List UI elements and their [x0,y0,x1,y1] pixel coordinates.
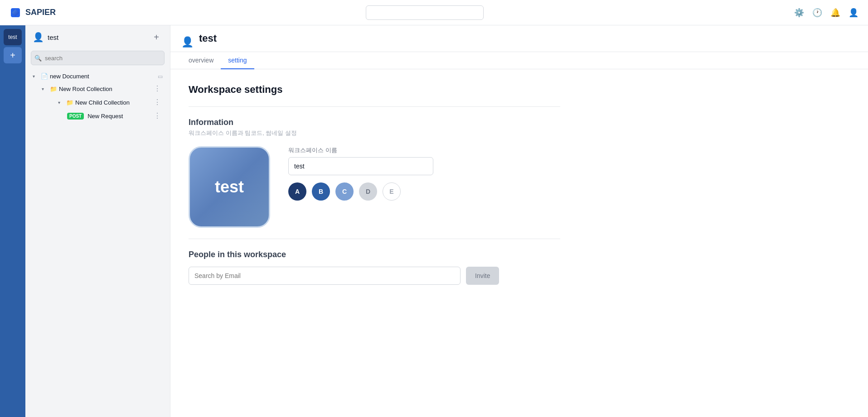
main-body: test + 👤 test + 🔍 ▾ 📄 new Document ▭ [0,25,868,417]
topnav-search-input[interactable] [366,5,484,20]
add-workspace-button[interactable]: + [4,47,22,63]
tree-label-new-root-collection: New Root Collection [59,86,150,92]
logo-icon [9,6,22,19]
chevron-down-icon: ▾ [58,100,64,105]
sidebar-search-area: 🔍 [31,51,165,65]
tree-label-new-document: new Document [50,73,156,80]
folder-icon: 📁 [50,86,57,92]
tree-label-new-child-collection: New Child Collection [75,99,150,106]
tree-child-root-collection: ▾ 📁 New Root Collection ⋮ ▾ 📁 New Child … [29,82,166,123]
more-options-icon[interactable]: ⋮ [152,98,163,107]
edit-icon: ▭ [158,73,163,80]
divider-2 [189,239,560,239]
tree-root: ▾ 📄 new Document ▭ ▾ 📁 New Root Collecti… [25,71,170,123]
divider-1 [189,106,560,107]
main-content: 👤 test overview setting Workspace settin… [170,25,868,417]
user-icon[interactable]: 👤 [848,7,859,18]
more-options-icon[interactable]: ⋮ [152,111,163,120]
tab-overview[interactable]: overview [181,52,221,69]
workspace-tab-test[interactable]: test [4,29,22,45]
content-header: 👤 test [170,25,868,52]
tree-row-new-child-collection[interactable]: ▾ 📁 New Child Collection ⋮ [54,96,166,109]
info-fields: 워크스페이스 이름 A B C D E [288,146,433,201]
method-badge-post: POST [67,113,84,120]
color-swatch-d[interactable]: D [359,182,377,201]
content-tabs: overview setting [170,52,868,69]
topnav-icons: ⚙️ 🕐 🔔 👤 [794,7,859,18]
tree-request-container: POST New Request ⋮ [54,109,166,123]
more-options-icon[interactable]: ⋮ [152,84,163,93]
content-user-icon: 👤 [181,36,194,48]
sidebar-add-button[interactable]: + [150,31,163,43]
tree-label-new-request: New Request [87,113,150,120]
sidebar-user-icon: 👤 [33,32,44,43]
tree-grandchild-child-collection: ▾ 📁 New Child Collection ⋮ POST New Requ… [38,96,166,123]
color-swatch-b[interactable]: B [312,182,330,201]
color-swatches: A B C D E [288,182,433,201]
info-row: test 워크스페이스 이름 A B C D E [189,146,560,228]
history-icon[interactable]: 🕐 [812,7,823,18]
invite-email-input[interactable] [189,267,461,285]
topnav: SAPIER ⚙️ 🕐 🔔 👤 [0,0,868,25]
color-swatch-c[interactable]: C [335,182,354,201]
workspace-thumbnail[interactable]: test [189,146,270,228]
app-name: SAPIER [25,8,56,17]
workspace-tabs: test + [0,25,25,417]
chevron-down-icon: ▾ [42,86,48,91]
tree-row-new-document[interactable]: ▾ 📄 new Document ▭ [29,71,166,82]
workspace-name-input[interactable] [288,157,433,175]
tree-row-new-request[interactable]: POST New Request ⋮ [63,109,166,123]
sidebar-search-icon: 🔍 [34,55,42,62]
tree-row-new-root-collection[interactable]: ▾ 📁 New Root Collection ⋮ [38,82,166,96]
sidebar-username: test [48,34,146,41]
chevron-down-icon: ▾ [33,74,39,79]
bell-icon[interactable]: 🔔 [830,7,841,18]
info-section-title: Information [189,118,560,127]
info-section-subtitle: 워크스페이스 이름과 팀코드, 썸네일 설정 [189,129,560,137]
tab-setting[interactable]: setting [221,52,254,69]
sidebar-search-input[interactable] [31,51,165,65]
color-swatch-e[interactable]: E [383,182,401,201]
invite-row: Invite [189,267,560,285]
color-swatch-a[interactable]: A [288,182,306,201]
collections-sidebar: 👤 test + 🔍 ▾ 📄 new Document ▭ ▾ 📁 Ne [25,25,170,417]
sidebar-header: 👤 test + [25,25,170,49]
content-page-title: test [199,33,217,52]
invite-button[interactable]: Invite [466,267,499,285]
workspace-settings-title: Workspace settings [189,84,560,96]
workspace-name-label: 워크스페이스 이름 [288,146,433,154]
people-section-title: People in this workspace [189,250,560,259]
folder-icon: 📁 [66,99,73,106]
topnav-search-area [63,5,786,20]
content-body: Workspace settings Information 워크스페이스 이름… [170,69,578,299]
document-icon: 📄 [41,73,48,80]
logo: SAPIER [9,6,56,19]
settings-icon[interactable]: ⚙️ [794,7,805,18]
workspace-name-field-group: 워크스페이스 이름 [288,146,433,175]
